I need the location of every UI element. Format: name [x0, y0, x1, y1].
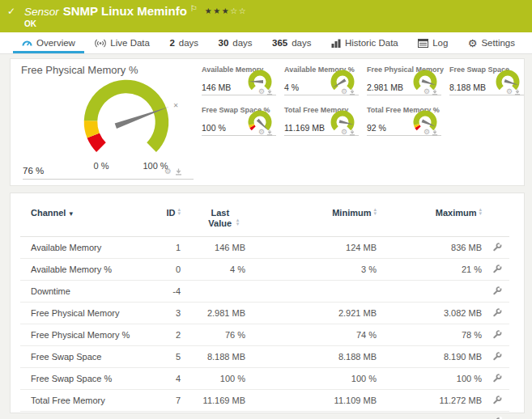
gear-icon[interactable]: ⚙ [341, 88, 347, 95]
gauge-actions: ⚙ [258, 129, 273, 136]
channel-maximum [381, 281, 486, 303]
channel-maximum: 8.190 MB [381, 346, 486, 368]
gauge-value: 2.981 MB [367, 83, 403, 92]
channel-last-value: 146 MB [190, 237, 255, 259]
channel-settings-icon[interactable] [492, 417, 503, 419]
tab-overview[interactable]: Overview [19, 32, 78, 53]
gear-icon[interactable]: ⚙ [164, 167, 172, 176]
sort-desc-icon[interactable]: ▾ [69, 210, 73, 218]
column-header-minimum[interactable]: Minimum▴▾ [255, 203, 381, 237]
tab-label: Overview [36, 38, 75, 48]
star-filled-icon[interactable]: ★ [222, 6, 230, 15]
tab-label: days [179, 38, 198, 48]
pin-icon[interactable] [349, 89, 355, 95]
gear-icon[interactable]: ⚙ [258, 88, 265, 95]
channel-maximum: 78 % [381, 324, 486, 346]
channel-last-value: 11.169 MB [190, 390, 255, 412]
gauge-actions: ⚙ [423, 129, 438, 136]
channel-settings-icon[interactable] [492, 351, 503, 362]
column-header-channel[interactable]: Channel▾ [20, 203, 158, 237]
tab-label: Log [432, 38, 448, 48]
gauge-tile-total-free-memory: Total Free Memory11.169 MB⚙ [284, 104, 359, 145]
channel-maximum: 93 % [381, 412, 486, 419]
gear-icon[interactable]: ⚙ [506, 88, 513, 95]
channel-id: -4 [158, 281, 190, 303]
gauge-tile-available-memory: Available Memory146 MB⚙ [202, 64, 276, 104]
channel-minimum [255, 281, 381, 303]
channel-settings-icon[interactable] [492, 286, 503, 296]
star-empty-icon[interactable]: ☆ [239, 6, 247, 15]
table-row-available-memory: Available Memory1146 MB124 MB836 MB [20, 237, 509, 259]
sort-icon[interactable]: ▴▾ [373, 208, 377, 215]
sort-icon[interactable]: ▴▾ [236, 218, 240, 226]
tab-30-days[interactable]: 30 days [216, 32, 255, 53]
channel-id: 7 [158, 390, 190, 412]
channel-settings-icon[interactable] [492, 329, 503, 340]
peak-marker-icon: ✕ [173, 102, 179, 109]
channel-last-value: 92 % [190, 412, 255, 419]
tab-2-days[interactable]: 2 days [167, 32, 201, 53]
column-header-last-value[interactable]: Last Value▴▾ [190, 203, 255, 237]
channel-settings-icon[interactable] [492, 242, 503, 252]
pin-icon[interactable] [432, 89, 438, 95]
tab-live-data[interactable]: Live Data [92, 32, 152, 53]
object-kind-label: Sensor [24, 6, 59, 18]
channel-name: Free Physical Memory [20, 303, 158, 324]
small-gauge-grid: Available Memory146 MB⚙Available Memory … [202, 64, 524, 145]
tab-settings[interactable]: ⚙ Settings [466, 32, 517, 53]
tab-bar: Overview Live Data 2 days 30 days 365 da… [0, 32, 532, 54]
tab-historic-data[interactable]: Historic Data [329, 32, 401, 53]
pin-icon[interactable] [514, 89, 521, 95]
tab-log[interactable]: Log [415, 32, 450, 53]
pin-icon[interactable] [266, 129, 273, 136]
star-filled-icon[interactable]: ★ [213, 6, 221, 15]
gauges-panel: Free Physical Memory % 0 % 100 % ✕ 76 % … [10, 58, 525, 186]
column-header-maximum[interactable]: Maximum▴▾ [381, 203, 486, 237]
channel-settings-icon[interactable] [492, 264, 503, 274]
column-header-id[interactable]: ID▴▾ [158, 203, 190, 237]
main-gauge-tile: Free Physical Memory % 0 % 100 % ✕ 76 % … [21, 64, 195, 182]
channel-table-body: Available Memory1146 MB124 MB836 MBAvail… [20, 237, 509, 419]
channel-last-value: 8.188 MB [190, 346, 255, 368]
tab-number: 30 [219, 38, 229, 48]
channel-name: Available Memory [20, 237, 158, 259]
star-filled-icon[interactable]: ★ [205, 6, 213, 15]
tab-365-days[interactable]: 365 days [270, 32, 313, 53]
channel-last-value: 76 % [190, 324, 255, 346]
channel-id: 3 [158, 303, 190, 324]
flag-icon[interactable]: ⚐ [190, 4, 198, 13]
table-row-free-physical-memory: Free Physical Memory32.981 MB2.921 MB3.0… [20, 303, 509, 324]
channel-settings-icon[interactable] [492, 395, 503, 405]
sort-icon[interactable]: ▴▾ [479, 208, 482, 215]
log-icon [418, 39, 428, 48]
channel-minimum: 74 % [255, 324, 381, 346]
channel-id: 0 [158, 259, 190, 281]
tab-label: Historic Data [345, 38, 398, 48]
channel-minimum: 3 % [255, 259, 381, 281]
gauge-actions: ⚙ [341, 129, 355, 136]
pin-icon[interactable] [175, 168, 182, 176]
pin-icon[interactable] [266, 89, 273, 95]
sort-icon[interactable]: ▴▾ [177, 208, 181, 215]
gear-icon[interactable]: ⚙ [423, 129, 430, 136]
gear-icon[interactable]: ⚙ [258, 129, 265, 136]
table-row-free-physical-memory: Free Physical Memory %276 %74 %78 % [20, 324, 509, 346]
channel-maximum: 3.082 MB [381, 303, 486, 324]
channel-maximum: 11.272 MB [381, 390, 486, 412]
pin-icon[interactable] [432, 129, 438, 136]
table-row-free-swap-space: Free Swap Space %4100 %100 %100 % [20, 368, 509, 390]
channel-minimum: 92 % [255, 412, 381, 419]
star-empty-icon[interactable]: ☆ [230, 6, 238, 15]
pin-icon[interactable] [349, 129, 355, 136]
gear-icon[interactable]: ⚙ [423, 88, 430, 95]
channel-minimum: 8.188 MB [255, 346, 381, 368]
channel-id: 6 [158, 412, 190, 419]
channel-name: Downtime [20, 281, 158, 303]
channel-settings-icon[interactable] [492, 373, 503, 383]
channel-name: Total Free Memory [20, 390, 158, 412]
gear-icon[interactable]: ⚙ [341, 129, 347, 136]
channel-last-value [190, 281, 255, 303]
priority-stars[interactable]: ★★★☆☆ [205, 6, 247, 15]
tab-number: 2 [169, 38, 174, 48]
channel-settings-icon[interactable] [492, 307, 503, 318]
